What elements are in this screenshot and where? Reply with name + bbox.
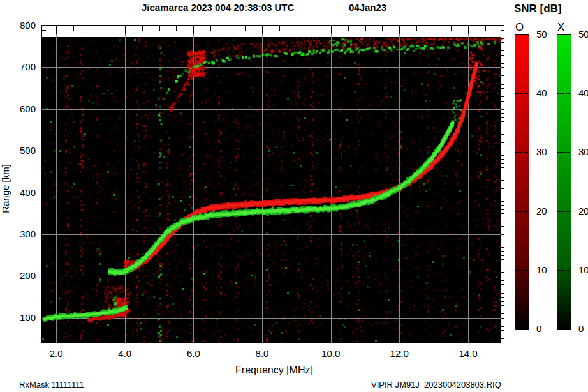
o-colorbar-tick-label: 10 xyxy=(536,265,554,275)
y-tick-label: 700 xyxy=(9,62,36,72)
o-mode-colorbar xyxy=(515,34,529,330)
colorbar-tick-dash xyxy=(557,270,570,271)
x-tick-label: 4.0 xyxy=(111,349,139,359)
o-colorbar-tick-label: 20 xyxy=(536,206,554,216)
x-colorbar-tick-label: 0 xyxy=(578,324,588,334)
y-tick-label: 800 xyxy=(9,20,36,31)
y-tick-label: 200 xyxy=(9,271,36,281)
page-title: Jicamarca 2023 004 20:38:03 UTC xyxy=(142,2,294,13)
y-tick-label: 300 xyxy=(9,229,36,239)
x-tick-label: 12.0 xyxy=(385,349,413,359)
x-mode-colorbar xyxy=(557,34,571,330)
x-colorbar-tick-label: 20 xyxy=(578,206,588,216)
x-mode-label: X xyxy=(557,21,564,34)
x-colorbar-tick-label: 10 xyxy=(578,265,588,275)
o-colorbar-tick-label: 40 xyxy=(536,88,554,98)
colorbar-tick-dash xyxy=(557,152,570,153)
rxmask-label: RxMask 11111111 xyxy=(19,380,84,389)
x-colorbar-tick-label: 50 xyxy=(578,29,588,40)
date-label: 04Jan23 xyxy=(349,2,386,13)
colorbar-title: SNR [dB] xyxy=(514,3,562,15)
colorbar-tick-dash xyxy=(557,211,570,212)
colorbar-tick-dash xyxy=(515,270,528,271)
y-tick-label: 400 xyxy=(9,188,36,198)
ionogram-canvas xyxy=(42,26,504,343)
o-mode-label: O xyxy=(515,21,524,34)
colorbar-tick-dash xyxy=(515,93,528,94)
y-tick-label: 600 xyxy=(9,104,36,114)
x-tick-label: 14.0 xyxy=(454,349,482,359)
y-tick-label: 100 xyxy=(9,313,36,323)
data-file-label: VIPIR JM91J_2023004203803.RIQ xyxy=(371,380,501,389)
x-tick-label: 8.0 xyxy=(248,349,276,359)
ionogram-screen: Jicamarca 2023 004 20:38:03 UTC 04Jan23 … xyxy=(0,0,588,392)
x-tick-label: 10.0 xyxy=(317,349,345,359)
o-colorbar-tick-label: 50 xyxy=(536,29,554,40)
y-tick-label: 500 xyxy=(9,146,36,156)
o-colorbar-tick-label: 30 xyxy=(536,147,554,157)
plot-area xyxy=(41,25,504,343)
x-tick-label: 2.0 xyxy=(42,349,70,359)
o-colorbar-tick-label: 0 xyxy=(536,324,554,334)
x-tick-label: 6.0 xyxy=(179,349,207,359)
colorbar-tick-dash xyxy=(515,152,528,153)
colorbar-tick-dash xyxy=(515,211,528,212)
x-colorbar-tick-label: 30 xyxy=(578,147,588,157)
x-colorbar-tick-label: 40 xyxy=(578,88,588,98)
x-axis-label: Frequency [MHz] xyxy=(226,365,322,376)
colorbar-tick-dash xyxy=(557,93,570,94)
